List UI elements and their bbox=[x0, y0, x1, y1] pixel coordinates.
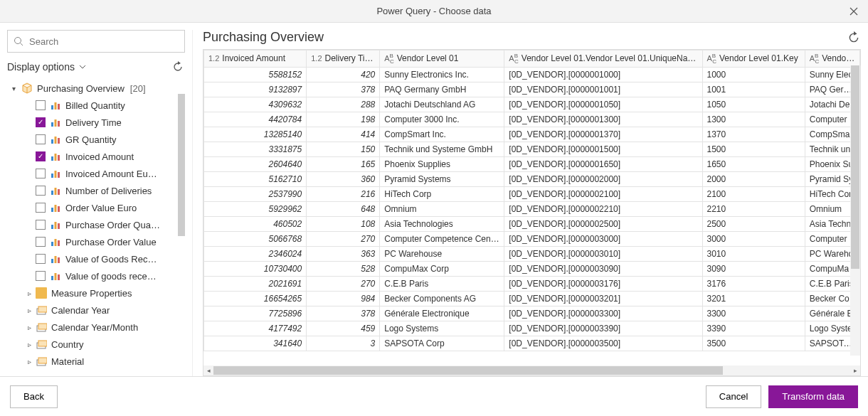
tree-measure-item[interactable]: Purchase Order Value bbox=[7, 233, 185, 250]
table-cell: 5162710 bbox=[204, 171, 307, 186]
checkbox[interactable] bbox=[36, 186, 46, 196]
svg-rect-10 bbox=[58, 138, 60, 144]
transform-data-button[interactable]: Transform data bbox=[768, 385, 858, 408]
display-options-toggle[interactable]: Display options bbox=[7, 61, 171, 73]
table-cell: 216 bbox=[307, 186, 380, 201]
svg-rect-15 bbox=[55, 171, 57, 178]
tree-measure-item[interactable]: Invoiced Amount bbox=[7, 148, 185, 165]
checkbox[interactable] bbox=[36, 169, 46, 178]
table-cell: 360 bbox=[307, 171, 380, 186]
table-row[interactable]: 2346024363PC Warehouse[0D_VENDOR].[00000… bbox=[204, 246, 860, 261]
tree-measure-item[interactable]: Invoiced Amount Eu… bbox=[7, 165, 185, 182]
table-row[interactable]: 460502108Asia Technologies[0D_VENDOR].[0… bbox=[204, 216, 860, 231]
tree-folder-item[interactable]: ▹Country bbox=[7, 336, 185, 353]
table-cell: 1500 bbox=[702, 142, 805, 156]
table-row[interactable]: 16654265984Becker Components AG[0D_VENDO… bbox=[204, 291, 860, 306]
table-row[interactable]: 4420784198Computer 3000 Inc.[0D_VENDOR].… bbox=[204, 112, 860, 127]
column-header[interactable]: ABCVendor Level 01.Key bbox=[702, 50, 805, 68]
tree-measure-item[interactable]: Order Value Euro bbox=[7, 199, 185, 216]
checkbox[interactable] bbox=[36, 100, 46, 110]
tree-item-label: Invoiced Amount Eu… bbox=[65, 169, 157, 179]
refresh-icon bbox=[847, 31, 860, 44]
table-row[interactable]: 5929962648Omnium[0D_VENDOR].[0000002210]… bbox=[204, 201, 860, 216]
checkbox[interactable] bbox=[36, 134, 46, 144]
table-cell: 3331875 bbox=[204, 142, 307, 156]
back-button[interactable]: Back bbox=[10, 385, 58, 408]
search-input[interactable] bbox=[28, 36, 179, 48]
checkbox[interactable] bbox=[36, 254, 46, 264]
tree-folder-item[interactable]: ▹Material bbox=[7, 353, 185, 370]
tree-measure-item[interactable]: Billed Quantity bbox=[7, 97, 185, 114]
column-header[interactable]: 1.2Delivery Time bbox=[307, 50, 380, 68]
table-row[interactable]: 5066768270Computer Competence Center …[0… bbox=[204, 231, 860, 246]
table-cell: 3010 bbox=[702, 246, 805, 261]
table-row[interactable]: 4177492459Logo Systems[0D_VENDOR].[00000… bbox=[204, 321, 860, 336]
close-button[interactable] bbox=[840, 0, 868, 23]
table-cell: SAPSOTA Corp bbox=[380, 336, 504, 351]
table-cell: 5929962 bbox=[204, 201, 307, 216]
scrollbar-thumb[interactable] bbox=[213, 366, 723, 375]
tree-root-item[interactable]: ▾ Purchasing Overview [20] bbox=[7, 80, 185, 97]
scroll-left-arrow[interactable]: ◂ bbox=[203, 366, 213, 375]
svg-rect-24 bbox=[55, 222, 57, 229]
scroll-right-arrow[interactable]: ▸ bbox=[850, 366, 860, 375]
table-cell: 198 bbox=[307, 112, 380, 127]
checkbox[interactable] bbox=[36, 117, 46, 127]
navigator-tree[interactable]: ▾ Purchasing Overview [20] Billed Quanti… bbox=[7, 80, 185, 376]
scrollbar-thumb[interactable] bbox=[851, 65, 859, 269]
table-cell: Omnium bbox=[380, 201, 504, 216]
tree-measure-item[interactable]: Value of goods rece… bbox=[7, 267, 185, 284]
search-box[interactable] bbox=[7, 30, 185, 53]
table-row[interactable]: 7725896378Générale Electronique[0D_VENDO… bbox=[204, 306, 860, 321]
svg-rect-32 bbox=[51, 276, 53, 280]
tree-folder-item[interactable]: ▹Calendar Year/Month bbox=[7, 319, 185, 336]
barchart-icon bbox=[50, 253, 61, 265]
tree-folder-item[interactable]: ▹Calendar Year bbox=[7, 302, 185, 319]
grid-horizontal-scrollbar[interactable]: ◂ ▸ bbox=[203, 366, 860, 375]
preview-refresh-button[interactable] bbox=[847, 31, 861, 45]
cancel-button[interactable]: Cancel bbox=[706, 385, 761, 408]
column-header[interactable]: ABCVendor Le bbox=[805, 50, 859, 68]
table-row[interactable]: 5162710360Pyramid Systems[0D_VENDOR].[00… bbox=[204, 171, 860, 186]
table-cell: [0D_VENDOR].[0000003500] bbox=[504, 336, 702, 351]
table-cell: 460502 bbox=[204, 216, 307, 231]
dimension-icon bbox=[36, 304, 47, 316]
sidebar-refresh-button[interactable] bbox=[171, 60, 185, 74]
column-header[interactable]: 1.2Invoiced Amount bbox=[204, 50, 307, 68]
data-grid[interactable]: 1.2Invoiced Amount1.2Delivery TimeABCVen… bbox=[203, 49, 861, 376]
grid-vertical-scrollbar[interactable] bbox=[850, 65, 860, 356]
tree-measure-item[interactable]: GR Quantity bbox=[7, 131, 185, 148]
tree-measure-item[interactable]: Purchase Order Qua… bbox=[7, 216, 185, 233]
table-row[interactable]: 2537990216HiTech Corp[0D_VENDOR].[000000… bbox=[204, 186, 860, 201]
table-row[interactable]: 10730400528CompuMax Corp[0D_VENDOR].[000… bbox=[204, 261, 860, 276]
table-cell: 13285140 bbox=[204, 127, 307, 142]
tree-scrollbar[interactable] bbox=[178, 94, 185, 236]
svg-rect-6 bbox=[55, 119, 57, 127]
checkbox[interactable] bbox=[36, 237, 46, 247]
table-row[interactable]: 9132897378PAQ Germany GmbH[0D_VENDOR].[0… bbox=[204, 82, 860, 97]
table-cell: 2210 bbox=[702, 201, 805, 216]
close-icon bbox=[850, 7, 858, 16]
tree-measure-item[interactable]: Number of Deliveries bbox=[7, 182, 185, 199]
column-header[interactable]: ABCVendor Level 01 bbox=[380, 50, 504, 68]
tree-folder-item[interactable]: ▹Measure Properties bbox=[7, 284, 185, 302]
column-header[interactable]: ABCVendor Level 01.Vendor Level 01.Uniqu… bbox=[504, 50, 702, 68]
checkbox[interactable] bbox=[36, 220, 46, 230]
table-row[interactable]: 5588152420Sunny Electronics Inc.[0D_VEND… bbox=[204, 67, 860, 82]
tree-measure-item[interactable]: Delivery Time bbox=[7, 114, 185, 131]
table-row[interactable]: 13285140414CompSmart Inc.[0D_VENDOR].[00… bbox=[204, 127, 860, 142]
checkbox[interactable] bbox=[36, 271, 46, 281]
table-cell: 378 bbox=[307, 82, 380, 97]
table-cell: Phoenix Supplies bbox=[380, 156, 504, 171]
checkbox[interactable] bbox=[36, 203, 46, 213]
table-row[interactable]: 2021691270C.E.B Paris[0D_VENDOR].[000000… bbox=[204, 276, 860, 291]
table-row[interactable]: 3416403SAPSOTA Corp[0D_VENDOR].[00000035… bbox=[204, 336, 860, 351]
checkbox[interactable] bbox=[36, 151, 46, 161]
table-row[interactable]: 2604640165Phoenix Supplies[0D_VENDOR].[0… bbox=[204, 156, 860, 171]
table-cell: 1300 bbox=[702, 112, 805, 127]
table-cell: 420 bbox=[307, 67, 380, 82]
table-row[interactable]: 4309632288Jotachi Deutschland AG[0D_VEND… bbox=[204, 97, 860, 112]
table-row[interactable]: 3331875150Technik und Systeme GmbH[0D_VE… bbox=[204, 142, 860, 156]
tree-measure-item[interactable]: Value of Goods Rec… bbox=[7, 250, 185, 267]
svg-rect-7 bbox=[58, 121, 60, 127]
